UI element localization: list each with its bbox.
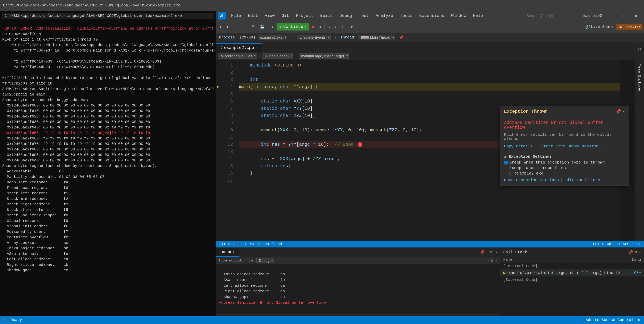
terminal-content: =29708==ERROR: AddressSanitizer: global-… <box>2 20 214 278</box>
menu-analyze[interactable]: Analyze <box>372 10 396 21</box>
terminal-path: C:\MSDN\cpp-docs-pr\docs\c-language\ASAN… <box>3 3 641 8</box>
back-button[interactable]: ❮ <box>218 24 224 30</box>
output-clear-icon[interactable]: 🗑 <box>491 259 494 262</box>
process-select[interactable]: example2.exe <box>258 35 287 40</box>
menu-tools[interactable]: Tools <box>397 10 416 21</box>
output-float-icon[interactable]: ⧉ <box>488 250 493 254</box>
step-into[interactable]: ↓ <box>332 24 339 30</box>
tab-bar: C example2.cpp ✕ ⚙ <box>216 42 644 52</box>
callstack-pin[interactable]: 📌 <box>628 250 633 255</box>
close-button[interactable]: ✕ <box>630 10 642 21</box>
close-popup-icon[interactable]: ✕ <box>622 109 625 114</box>
tab-close-icon[interactable]: ✕ <box>256 46 258 50</box>
live-share-btn[interactable]: 🔗 Live Share <box>584 24 616 30</box>
menu-edit[interactable]: Edit <box>245 10 261 21</box>
step-out[interactable]: ↑ <box>340 24 346 30</box>
cs-name-0: [External Code] <box>503 264 622 268</box>
edit-conditions-link[interactable]: Edit Conditions <box>564 178 600 182</box>
live-share-icon: 🔗 <box>585 24 590 29</box>
output-tab[interactable]: Output <box>216 248 240 257</box>
menu-file[interactable]: File <box>228 10 244 21</box>
line-numbers: 1 2 3 4 5 6 7 8 9 10 11 12 13 <box>223 60 236 241</box>
menu-git[interactable]: Git <box>278 10 292 21</box>
team-explorer-btn[interactable]: Team Explorer <box>636 62 642 94</box>
callstack-float[interactable]: ⧉ <box>634 250 637 254</box>
add-source-control[interactable]: Add to Source Control <box>586 318 634 322</box>
step-over[interactable]: ⤵ <box>326 24 332 30</box>
breakpoint-btn[interactable]: ● <box>349 24 355 30</box>
thread-pin-icon: 📌 <box>399 36 403 40</box>
redo-button[interactable]: ↻ <box>240 24 246 30</box>
save-all-button[interactable]: 💾 <box>258 24 266 30</box>
continue-dropdown[interactable]: ▾ <box>304 25 306 29</box>
menu-project[interactable]: Project <box>293 10 316 21</box>
copy-details-link[interactable]: Copy Details <box>504 144 533 149</box>
output-word-wrap[interactable]: ⏎ <box>496 258 498 262</box>
output-scroll-icon[interactable]: ⬇ <box>487 258 489 262</box>
lifecycle-select[interactable]: Lifecycle Events <box>297 35 330 40</box>
output-pin-icon[interactable]: 📌 <box>477 250 488 255</box>
undo-button[interactable]: ↺ <box>234 24 240 30</box>
function-select[interactable]: main(int argc, char ** argv) <box>299 53 349 59</box>
exception-header: Exception Thrown 📌 ✕ <box>500 106 629 117</box>
continue-label: Continue <box>283 24 303 29</box>
pin-icon[interactable]: 📌 <box>616 109 621 114</box>
save-button[interactable]: 🖫 <box>250 24 257 30</box>
code-line-1: #include <string.h> <box>239 62 620 69</box>
bottom-bar: ● Ready Add to Source Control ⚙ <box>0 316 644 324</box>
menu-test[interactable]: Test <box>356 10 372 21</box>
minimize-button[interactable]: — <box>608 10 619 21</box>
menu-window[interactable]: Window <box>448 10 469 21</box>
cs-row-1[interactable]: ▶ example2.exe!main(int argc, char * * a… <box>500 270 644 276</box>
menu-help[interactable]: Help <box>470 10 486 21</box>
menu-view[interactable]: View <box>262 10 278 21</box>
code-line-4: main(int argc, char **argv) { <box>239 83 620 90</box>
thread-select[interactable]: [888] Main Thread <box>358 35 395 40</box>
right-sidebar: Team Explorer <box>635 60 644 241</box>
process-bar: Process: [29708] example2.exe | Lifecycl… <box>216 33 644 42</box>
files-select[interactable]: Miscellaneous Files <box>218 53 257 59</box>
zoom-dropdown[interactable]: ▾ <box>233 242 235 246</box>
output-panel: Output 📌 ⧉ ✕ Show output from: Debug <box>216 248 500 316</box>
checkbox-break-label: Break when this exception type is thrown <box>509 160 605 165</box>
int-preview-badge: INT PREVIEW <box>616 24 642 30</box>
continue-button[interactable]: ▶ Continue ▾ <box>276 23 309 30</box>
checkbox-exe[interactable] <box>509 172 513 176</box>
search-input[interactable] <box>524 13 577 19</box>
title-bar: C:\MSDN\cpp-docs-pr\docs\c-language\ASAN… <box>0 0 644 10</box>
process-label: Process: <box>219 35 237 40</box>
callstack-close[interactable]: ✕ <box>639 250 641 255</box>
menu-extensions[interactable]: Extensions <box>416 10 448 21</box>
checkbox-break[interactable]: ✓ <box>504 161 508 164</box>
forward-button[interactable]: ❯ <box>224 24 230 30</box>
start-live-share-link[interactable]: Start Live Share session... <box>541 144 606 149</box>
ch-indicator: Ch: 30 <box>607 242 620 246</box>
close-panel-icon[interactable]: ✕ <box>639 54 642 58</box>
toolbar: ❮ ❯ ↺ ↻ 🖫 💾 ▶ ▶ Continue ▾ ◼ ↺ ⤵ ↓ <box>216 21 644 33</box>
cs-row-0[interactable]: [External Code] <box>500 263 644 270</box>
exception-body: Address Sanitizer Error: Global buffer o… <box>500 117 629 185</box>
open-exception-settings-link[interactable]: Open Exception Settings <box>504 178 559 182</box>
output-source-select[interactable]: Debug <box>256 258 274 263</box>
maximize-button[interactable]: □ <box>619 10 630 21</box>
output-close-icon[interactable]: ✕ <box>493 250 500 255</box>
scope-select[interactable]: (Global Scope) <box>262 53 294 59</box>
error-indicator: ✕ <box>358 142 362 147</box>
editor-settings-icon[interactable]: ⚙ <box>635 46 644 52</box>
debug-start-button[interactable]: ▶ <box>270 24 276 30</box>
settings-footer: Open Exception Settings | Edit Condition… <box>504 178 625 182</box>
menu-debug[interactable]: Debug <box>336 10 355 21</box>
window-title: example2 <box>578 14 607 18</box>
expand-icon[interactable]: ⊞ <box>634 54 636 58</box>
stop-button[interactable]: ◼ <box>310 24 316 30</box>
menu-build[interactable]: Build <box>317 10 336 21</box>
output-scrollbar[interactable] <box>216 314 500 316</box>
settings-row-2: example2.exe <box>509 171 625 176</box>
tab-example2[interactable]: C example2.cpp ✕ <box>216 44 262 52</box>
restart-button[interactable]: ↺ <box>317 24 323 30</box>
exception-links: Copy Details | Start Live Share session.… <box>504 144 625 149</box>
source-control-icon[interactable]: ⚙ <box>638 318 640 322</box>
scope-bar: Miscellaneous Files › (Global Scope) › m… <box>216 52 644 60</box>
cs-row-2[interactable]: [External Code] <box>500 276 644 283</box>
cs-name-2: [External Code] <box>503 278 622 282</box>
